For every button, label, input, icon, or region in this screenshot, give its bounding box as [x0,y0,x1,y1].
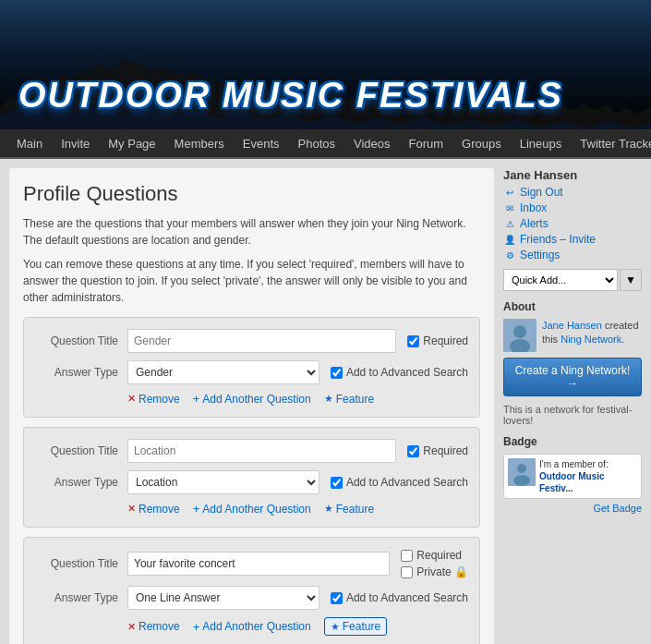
site-title: OUTDOOR MUSIC FESTIVALS [18,76,563,115]
add-another-link-3[interactable]: + Add Another Question [193,620,311,634]
friends-link[interactable]: 👤 Friends – Invite [503,233,642,246]
add-another-link-2[interactable]: + Add Another Question [193,502,311,516]
sidebar: Jane Hansen ↩ Sign Out ✉ Inbox ⚠ Alerts … [503,168,642,644]
x-icon-2: ✕ [127,503,136,515]
remove-link-3[interactable]: ✕ Remove [127,620,180,633]
quick-add-button[interactable]: ▼ [620,269,642,291]
about-user-text: Jane Hansen created this Ning Network. [542,319,642,352]
add-another-link-1[interactable]: + Add Another Question [193,392,311,406]
actions-row-1: ✕ Remove + Add Another Question ★ Featur… [35,392,468,406]
nav-lineups[interactable]: Lineups [511,129,572,157]
nav-videos[interactable]: Videos [344,129,400,157]
required-checkbox-3[interactable]: Required [401,549,468,562]
x-icon-3: ✕ [127,621,136,633]
nav-groups[interactable]: Groups [452,129,511,157]
question-title-input-1[interactable] [127,329,396,353]
feature-link-3[interactable]: ★ Feature [324,617,387,636]
search-checkbox-group-2: Add to Advanced Search [331,476,468,489]
nav-members[interactable]: Members [165,129,234,157]
sign-out-link[interactable]: ↩ Sign Out [503,186,642,199]
search-check-1[interactable] [331,367,343,379]
search-check-3[interactable] [331,592,343,604]
search-checkbox-2[interactable]: Add to Advanced Search [331,476,468,489]
answer-type-select-1[interactable]: Gender [127,360,319,384]
alerts-link[interactable]: ⚠ Alerts [503,217,642,230]
feature-link-1[interactable]: ★ Feature [324,393,374,406]
private-check-3[interactable] [401,566,413,578]
inbox-icon: ✉ [503,201,516,214]
inbox-link[interactable]: ✉ Inbox [503,201,642,214]
star-icon-1: ★ [324,393,333,405]
search-checkbox-group-3: Add to Advanced Search [331,591,468,604]
title-row-1: Question Title Required [35,329,468,353]
title-row-2: Question Title Required [35,439,468,463]
checkbox-group-2: Required [407,444,468,457]
answer-type-select-3[interactable]: One Line Answer [127,586,319,610]
nav-events[interactable]: Events [234,129,289,157]
required-checkbox-2[interactable]: Required [407,444,468,457]
nav-photos[interactable]: Photos [289,129,344,157]
badge-avatar [508,458,536,486]
plus-icon-1: + [193,392,200,406]
main-container: Profile Questions These are the question… [0,159,651,644]
question-title-input-2[interactable] [127,439,396,463]
search-check-2[interactable] [331,477,343,489]
required-checkbox-1[interactable]: Required [407,334,468,347]
plus-icon-2: + [193,502,200,516]
star-icon-3: ★ [331,621,340,633]
required-check-3[interactable] [401,550,413,562]
search-checkbox-1[interactable]: Add to Advanced Search [331,366,468,379]
answer-row-2: Answer Type Location Add to Advanced Sea… [35,470,468,494]
settings-icon: ⚙ [503,249,516,261]
sign-out-icon: ↩ [503,186,516,199]
intro-text-1: These are the questions that your member… [23,215,480,249]
user-avatar [503,319,536,352]
actions-row-2: ✕ Remove + Add Another Question ★ Featur… [35,502,468,516]
title-row-3: Question Title Required Private 🔒 [35,549,468,578]
about-user-row: Jane Hansen created this Ning Network. [503,319,642,352]
alerts-icon: ⚠ [503,217,516,230]
svg-point-1 [513,325,526,338]
remove-link-1[interactable]: ✕ Remove [127,393,180,406]
required-check-2[interactable] [407,445,419,457]
question-title-input-3[interactable] [127,552,390,576]
private-checkbox-3[interactable]: Private 🔒 [401,565,468,578]
get-badge-link[interactable]: Get Badge [503,503,642,514]
intro-text-2: You can remove these questions at any ti… [23,256,480,306]
about-user-link[interactable]: Jane Hansen [542,320,602,331]
user-section: Jane Hansen ↩ Sign Out ✉ Inbox ⚠ Alerts … [503,168,642,261]
feature-link-2[interactable]: ★ Feature [324,503,374,516]
nav-forum[interactable]: Forum [400,129,453,157]
quick-add-select[interactable]: Quick Add... [503,269,618,291]
about-network-link[interactable]: Ning Network [561,334,621,345]
x-icon-1: ✕ [127,393,136,405]
search-checkbox-3[interactable]: Add to Advanced Search [331,591,468,604]
create-network-button[interactable]: Create a Ning Network! → [503,358,642,396]
svg-point-5 [513,475,530,486]
quick-add-row: Quick Add... ▼ [503,269,642,291]
required-check-1[interactable] [407,335,419,347]
star-icon-2: ★ [324,503,333,515]
badge-text: I'm a member of: Outdoor Music Festiv... [539,458,637,494]
navigation-bar: Main Invite My Page Members Events Photo… [0,129,651,159]
answer-type-select-2[interactable]: Location [127,470,319,494]
nav-mypage[interactable]: My Page [99,129,164,157]
checkbox-group-3: Required Private 🔒 [401,549,468,578]
settings-link[interactable]: ⚙ Settings [503,249,642,261]
checkbox-group-1: Required [407,334,468,347]
question-title-label-2: Question Title [35,444,127,457]
answer-type-label-1: Answer Type [35,366,127,379]
plus-icon-3: + [193,620,200,634]
question-card-gender: Question Title Required Answer Type Gend… [23,317,480,418]
answer-row-1: Answer Type Gender Add to Advanced Searc… [35,360,468,384]
content-area: Profile Questions These are the question… [9,168,494,644]
nav-twitter[interactable]: Twitter Tracker [571,129,651,157]
badge-card: I'm a member of: Outdoor Music Festiv... [503,454,642,499]
svg-point-4 [517,464,526,473]
nav-invite[interactable]: Invite [52,129,99,157]
page-title: Profile Questions [23,182,480,206]
answer-row-3: Answer Type One Line Answer Add to Advan… [35,586,468,610]
remove-link-2[interactable]: ✕ Remove [127,503,180,516]
user-name: Jane Hansen [503,168,642,182]
nav-main[interactable]: Main [7,129,52,157]
